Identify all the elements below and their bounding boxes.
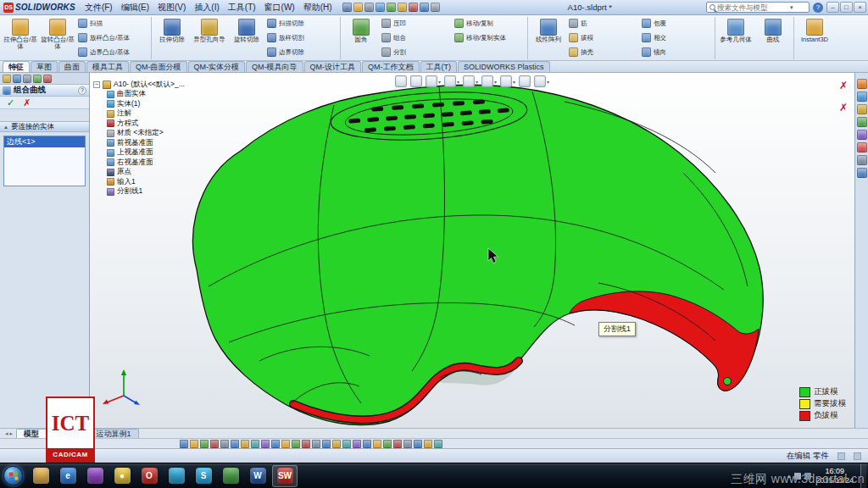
taskbar-green-app-icon[interactable]	[218, 465, 243, 487]
ribbon-tool-button[interactable]: Instant3D	[796, 16, 833, 60]
view-tool-icon[interactable]: ▾	[500, 75, 515, 87]
feature-tree-item[interactable]: 方程式	[107, 119, 185, 129]
quick-access-icon[interactable]	[387, 3, 396, 12]
ribbon-tool-button[interactable]: 拉伸切除	[153, 16, 191, 60]
task-pane-tab-icon[interactable]	[857, 155, 867, 165]
view-tool-icon[interactable]: ▾	[444, 75, 459, 87]
plastics-toolbar-icon[interactable]	[180, 440, 188, 448]
task-pane-tab-icon[interactable]	[857, 117, 867, 127]
ribbon-tool-button[interactable]: 圆角	[342, 16, 380, 60]
ribbon-tool-button[interactable]	[340, 17, 341, 59]
pm-cancel-button[interactable]: ✗	[23, 97, 31, 108]
plastics-toolbar-icon[interactable]	[332, 440, 341, 448]
plastics-toolbar-icon[interactable]	[190, 440, 198, 448]
ribbon-tool-button[interactable]: 移动/复制实体	[453, 30, 526, 45]
pm-help-icon[interactable]: ?	[78, 86, 86, 95]
plastics-toolbar-icon[interactable]	[302, 440, 310, 448]
taskbar-skype-icon[interactable]: S	[191, 465, 216, 487]
quick-access-icon[interactable]	[376, 3, 385, 12]
ribbon-tool-button[interactable]: 移动/复制	[453, 16, 526, 30]
graphics-viewport[interactable]: ▾ ▾ ▾ ▾ ▾ ▾ ▾	[90, 73, 854, 428]
plastics-toolbar-icon[interactable]	[424, 440, 432, 448]
ribbon-tool-button[interactable]: 边界凸台/基体	[76, 45, 149, 59]
plastics-toolbar-icon[interactable]	[322, 440, 331, 448]
close-button[interactable]: ×	[854, 2, 866, 13]
tab-next-icon[interactable]: ▸	[10, 430, 14, 437]
ribbon-tool-button[interactable]: 压凹	[380, 16, 453, 30]
view-tab[interactable]: 模型	[16, 429, 47, 438]
model-tip-face[interactable]	[724, 378, 732, 385]
task-pane-tab-icon[interactable]	[857, 92, 867, 102]
quick-access-icon[interactable]	[409, 3, 418, 12]
command-tab[interactable]: 特征	[3, 61, 30, 72]
ribbon-tool-button[interactable]: 放样凸台/基体	[76, 30, 149, 45]
search-box[interactable]: ▾	[706, 2, 810, 13]
view-tool-icon[interactable]: ▾	[395, 75, 407, 87]
ribbon-tool-button[interactable]: 筋	[567, 16, 640, 30]
task-pane-tab-icon[interactable]	[857, 130, 867, 140]
ribbon-tool-button[interactable]: 曲线	[754, 16, 792, 60]
view-tool-icon[interactable]: ▾	[534, 75, 549, 87]
ribbon-tool-button[interactable]: 旋转凸台/基体	[39, 16, 76, 60]
command-tab[interactable]: QM-实体分模	[188, 61, 246, 72]
pm-section-header[interactable]: ▲ 要连接的实体	[0, 121, 89, 132]
feature-tree-root[interactable]: − A10- (默认<<默认>_...	[93, 80, 185, 90]
model-canvas[interactable]	[90, 73, 854, 428]
plastics-toolbar-icon[interactable]	[353, 440, 361, 448]
taskbar-ie-icon[interactable]: e	[55, 465, 81, 487]
plastics-toolbar-icon[interactable]	[342, 440, 351, 448]
plastics-toolbar-icon[interactable]	[210, 440, 219, 448]
feature-tree-item[interactable]: 曲面实体	[107, 90, 185, 100]
cancel-command-icon[interactable]: ✗	[839, 80, 848, 92]
command-tab[interactable]: QM-模具向导	[246, 61, 303, 72]
feature-tree-item[interactable]: 上视基准面	[107, 148, 185, 158]
plastics-toolbar-icon[interactable]	[231, 440, 239, 448]
menu-item[interactable]: 工具(T)	[224, 2, 260, 14]
ribbon-tool-button[interactable]: 抽壳	[567, 45, 640, 59]
ribbon-tool-button[interactable]: 包覆	[640, 16, 713, 30]
plastics-toolbar-icon[interactable]	[383, 440, 392, 448]
menu-item[interactable]: 窗口(W)	[260, 2, 299, 14]
plastics-toolbar-icon[interactable]	[271, 440, 280, 448]
view-tool-icon[interactable]: ▾	[481, 75, 497, 87]
tree-collapse-icon[interactable]: −	[93, 81, 100, 88]
ribbon-tool-button[interactable]: 扫描	[76, 16, 149, 30]
taskbar-opera-icon[interactable]: O	[136, 465, 162, 487]
panel-tab-icon[interactable]	[33, 75, 42, 83]
feature-tree-item[interactable]: 实体(1)	[107, 99, 185, 109]
plastics-toolbar-icon[interactable]	[251, 440, 259, 448]
quick-access-icon[interactable]	[431, 3, 440, 12]
quick-access-icon[interactable]	[353, 3, 363, 12]
tab-prev-icon[interactable]: ◂	[5, 430, 8, 437]
menu-item[interactable]: 编辑(E)	[117, 2, 153, 14]
menu-item[interactable]: 插入(I)	[190, 2, 223, 14]
taskbar-chrome-icon[interactable]: ●	[109, 465, 135, 487]
task-pane-tab-icon[interactable]	[857, 168, 867, 178]
taskbar-qq-icon[interactable]	[164, 465, 189, 487]
command-tab[interactable]: QM-设计工具	[304, 61, 362, 72]
plastics-toolbar-icon[interactable]	[261, 440, 270, 448]
task-pane-tab-icon[interactable]	[857, 142, 867, 152]
view-tool-icon[interactable]: ▾	[519, 75, 531, 87]
plastics-toolbar-icon[interactable]	[292, 440, 300, 448]
plastics-toolbar-icon[interactable]	[312, 440, 320, 448]
ribbon-tool-button[interactable]	[715, 17, 715, 59]
quick-access-icon[interactable]	[342, 3, 352, 12]
panel-tab-icon[interactable]	[3, 75, 11, 83]
command-tab[interactable]: 草图	[31, 61, 58, 72]
view-tool-icon[interactable]: ▾	[463, 75, 478, 87]
maximize-button[interactable]: □	[840, 2, 853, 13]
plastics-toolbar-icon[interactable]	[373, 440, 381, 448]
quick-access-icon[interactable]	[420, 3, 429, 12]
help-icon[interactable]: ?	[813, 3, 823, 13]
ribbon-tool-button[interactable]: 组合	[380, 30, 453, 45]
ribbon-tool-button[interactable]	[527, 17, 528, 59]
ribbon-tool-button[interactable]: 线性阵列	[530, 16, 567, 60]
plastics-toolbar-icon[interactable]	[363, 440, 371, 448]
ribbon-tool-button[interactable]: 异型孔向导	[191, 16, 228, 60]
feature-tree-item[interactable]: 材质 <未指定>	[107, 129, 185, 139]
plastics-toolbar-icon[interactable]	[241, 440, 249, 448]
taskbar-purple-app-icon[interactable]	[82, 465, 108, 487]
panel-tab-icon[interactable]	[13, 75, 21, 83]
plastics-toolbar-icon[interactable]	[434, 440, 442, 448]
